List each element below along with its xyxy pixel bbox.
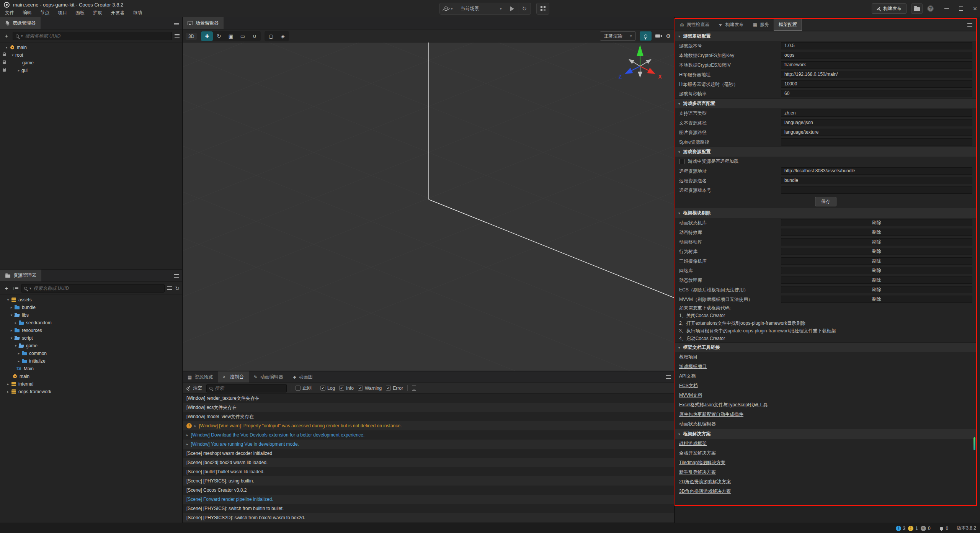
tree-expand-icon[interactable] (13, 344, 18, 348)
tree-expand-icon[interactable] (13, 321, 18, 325)
asset-node[interactable]: TS script (0, 334, 183, 342)
tree-expand-icon[interactable] (5, 390, 11, 394)
asset-node[interactable]: TS seedrandom (0, 319, 183, 327)
preview-platform-select[interactable]: ▾ (440, 3, 457, 14)
tab-animation-editor[interactable]: ✎ 动画编辑器 (249, 371, 288, 383)
scene-select[interactable]: 当前场景 ▾ (457, 3, 506, 14)
log-row[interactable]: ▸ [Window] You are running Vue in develo… (183, 440, 675, 449)
gizmo-y-label[interactable]: Y (638, 43, 642, 44)
expand-arrow-icon[interactable]: ▸ (186, 433, 188, 437)
hierarchy-node[interactable]: TS game (0, 59, 183, 67)
tree-expand-icon[interactable] (9, 313, 14, 317)
tree-expand-icon[interactable] (16, 352, 21, 355)
property-input[interactable]: oops (781, 52, 972, 59)
log-row[interactable]: [Scene] Forward render pipeline initiali… (183, 495, 675, 504)
log-row[interactable]: [Window] ecs文件夹存在 (183, 403, 675, 412)
maximize-button[interactable] (959, 7, 963, 11)
assets-search[interactable]: ▾ (21, 284, 165, 293)
asset-node[interactable]: TS oops-framework (0, 388, 183, 396)
menu-item[interactable]: 帮助 (129, 9, 146, 16)
move-tool-button[interactable]: ✚ (201, 31, 213, 41)
tree-expand-icon[interactable] (9, 336, 14, 340)
doc-link[interactable]: 原生包热更新配置自动生成插件 (679, 411, 743, 418)
property-input[interactable]: 10000 (781, 80, 972, 88)
remove-module-button[interactable]: 剔除 (781, 248, 972, 255)
solution-link[interactable]: 全栈开发解决方案 (679, 450, 716, 456)
tab-scene-editor[interactable]: 场景编辑器 (183, 17, 224, 29)
property-input[interactable]: bundle (781, 177, 972, 184)
vertical-splitter[interactable] (674, 17, 675, 523)
solution-link[interactable]: 新手引导解决方案 (679, 469, 716, 476)
remove-module-button[interactable]: 剔除 (781, 296, 972, 303)
tab-services[interactable]: ▦ 服务 (748, 19, 774, 31)
filter-button[interactable] (175, 34, 180, 38)
property-input[interactable]: 60 (781, 90, 972, 97)
preview-qrcode-button[interactable] (536, 3, 549, 15)
property-input[interactable]: language/json (781, 119, 972, 126)
rotate-tool-button[interactable]: ↻ (213, 31, 225, 41)
render-mode-select[interactable]: 正常渲染 ▾ (600, 31, 636, 41)
asset-node[interactable]: TS resources (0, 327, 183, 334)
log-row[interactable]: [Scene] meshopt wasm decoder initialized (183, 449, 675, 458)
asset-node[interactable]: TS libs (0, 311, 183, 319)
scrollbar-thumb[interactable] (973, 437, 975, 450)
property-input[interactable]: 1.0.5 (781, 42, 972, 49)
tree-expand-icon[interactable] (16, 359, 21, 363)
gizmo-z-label[interactable]: Z (619, 74, 622, 80)
create-asset-button[interactable]: + (3, 285, 10, 291)
log-row[interactable]: [Scene] [PHYSICS]: using builtin. (183, 476, 675, 486)
sort-assets-button[interactable]: ↓ (13, 286, 18, 290)
log-row[interactable]: [Scene] [PHYSICS]: switch from builtin t… (183, 504, 675, 513)
hierarchy-node[interactable]: TS main (0, 44, 183, 51)
menu-item[interactable]: 编辑 (18, 9, 36, 16)
menu-item[interactable]: 文件 (1, 9, 18, 16)
tree-expand-icon[interactable] (10, 53, 15, 57)
doc-link[interactable]: ECS文档 (679, 383, 698, 389)
filter-button[interactable] (167, 286, 172, 290)
filter-error-checkbox[interactable]: ✓Error (386, 386, 403, 391)
gizmo-x-label[interactable]: X (658, 74, 662, 80)
remove-module-button[interactable]: 剔除 (781, 286, 972, 293)
property-input[interactable]: http://localhost:8083/assets/bundle (781, 167, 972, 175)
scale-tool-button[interactable]: ▣ (225, 31, 237, 41)
doc-link[interactable]: 教程项目 (679, 354, 697, 360)
log-row[interactable]: [Scene] [bullet]:bullet wasm lib loaded. (183, 467, 675, 476)
tab-assets[interactable]: 资源管理器 (0, 270, 41, 281)
log-row[interactable]: [Scene] [PHYSICS2D]: switch from box2d-w… (183, 513, 675, 522)
remove-module-button[interactable]: 剔除 (781, 238, 972, 245)
doc-link[interactable]: MVVM文档 (679, 392, 702, 399)
vertical-splitter[interactable] (182, 17, 183, 523)
tree-expand-icon[interactable] (9, 329, 14, 332)
remove-module-button[interactable]: 剔除 (781, 267, 972, 274)
log-row[interactable]: [Window] render_texture文件夹存在 (183, 394, 675, 403)
property-input[interactable] (781, 138, 972, 146)
doc-link[interactable]: Excel格式转Json文件与TypeScript代码工具 (679, 402, 768, 408)
console-search-input[interactable] (215, 386, 284, 391)
tree-expand-icon[interactable] (5, 298, 11, 302)
panel-menu-button[interactable] (666, 375, 671, 379)
tree-expand-icon[interactable] (5, 382, 11, 386)
tab-property-inspector[interactable]: ◎ 属性检查器 (675, 19, 714, 31)
property-input[interactable]: http://192.168.0.150/main/ (781, 71, 972, 78)
pivot-toggle-button[interactable]: ▢ (265, 31, 277, 41)
tree-expand-icon[interactable] (16, 69, 21, 72)
scene-viewport[interactable]: Y X Z (183, 43, 675, 371)
property-input[interactable]: framework (781, 61, 972, 69)
tree-expand-icon[interactable] (9, 306, 14, 309)
section-header-resource[interactable]: ▾ 游戏资源配置 (675, 147, 976, 157)
minimize-button[interactable] (944, 8, 949, 9)
asset-node[interactable]: TS initialize (0, 357, 183, 365)
remove-module-button[interactable]: 剔除 (781, 229, 972, 236)
camera-icon[interactable] (655, 34, 660, 38)
refresh-assets-button[interactable]: ↻ (175, 285, 180, 291)
remove-module-button[interactable]: 剔除 (781, 257, 972, 265)
expand-arrow-icon[interactable]: ▸ (186, 442, 188, 446)
remote-load-checkbox[interactable] (679, 159, 684, 164)
section-header-modules[interactable]: ▾ 框架模块剔除 (675, 208, 976, 218)
axis-gizmo[interactable]: Y X Z (619, 43, 662, 80)
tab-animation-graph[interactable]: ◆ 动画图 (288, 371, 318, 383)
doc-link[interactable]: 游戏模板项目 (679, 363, 707, 370)
warning-count-icon[interactable]: ! (908, 526, 913, 531)
help-button[interactable]: ? (927, 5, 934, 12)
solution-link[interactable]: 2D角色扮演游戏解决方案 (679, 479, 731, 485)
